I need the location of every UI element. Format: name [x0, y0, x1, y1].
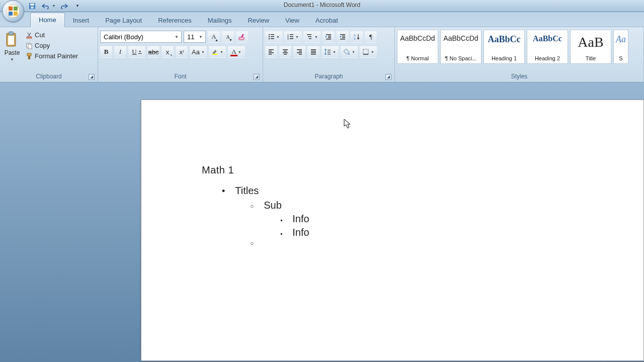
svg-rect-22 — [271, 36, 274, 37]
align-right-button[interactable] — [293, 46, 305, 58]
tab-mailings[interactable]: Mailings — [200, 14, 240, 27]
font-name-combo[interactable]: Calibri (Body) ▼ — [100, 31, 182, 43]
format-painter-label: Format Painter — [35, 52, 78, 60]
ribbon-tabstrip: Home Insert Page Layout References Maili… — [0, 12, 644, 27]
doc-bullet-l3[interactable]: Info — [292, 213, 309, 225]
increase-indent-button[interactable] — [337, 31, 349, 43]
grow-font-button[interactable]: A▲ — [208, 31, 220, 43]
numbering-button[interactable]: 123 ▼ — [284, 31, 301, 43]
font-launcher[interactable]: ◢ — [254, 74, 260, 80]
font-color-button[interactable]: A ▼ — [228, 46, 245, 58]
tab-acrobat[interactable]: Acrobat — [307, 14, 346, 27]
justify-button[interactable] — [307, 46, 319, 58]
font-size-combo[interactable]: 11 ▼ — [184, 31, 206, 43]
copy-button[interactable]: Copy — [24, 41, 79, 50]
svg-rect-7 — [31, 7, 34, 9]
style-title-label: Title — [586, 55, 596, 61]
svg-rect-16 — [28, 56, 30, 59]
paragraph-group-label: Paragraph — [314, 73, 343, 80]
redo-qat-button[interactable] — [59, 2, 69, 11]
window-title: Document1 - Microsoft Word — [284, 2, 361, 9]
doc-bullet-l2[interactable]: Sub — [264, 200, 282, 211]
svg-rect-63 — [363, 49, 368, 54]
undo-qat-button[interactable] — [40, 2, 50, 11]
cut-label: Cut — [35, 31, 45, 39]
show-hide-button[interactable]: ¶ — [365, 31, 377, 43]
svg-text:3: 3 — [287, 37, 289, 40]
style-sample: Aa — [616, 34, 626, 45]
svg-point-21 — [269, 36, 270, 37]
svg-rect-18 — [212, 54, 217, 55]
style-no-spacing[interactable]: AaBbCcDd ¶ No Spaci... — [440, 30, 481, 64]
styles-group-label: Styles — [511, 73, 528, 80]
shading-button[interactable]: ▼ — [341, 46, 358, 58]
undo-dropdown-qat[interactable]: ▼ — [51, 2, 56, 11]
title-bar: ▼ ▼ Document1 - Microsoft Word — [0, 0, 644, 12]
style-heading-1[interactable]: AaBbCc Heading 1 — [484, 30, 525, 64]
italic-button[interactable]: I — [114, 46, 126, 58]
svg-rect-17 — [239, 37, 244, 40]
strikethrough-button[interactable]: abc — [147, 46, 159, 58]
svg-rect-35 — [328, 36, 331, 37]
doc-heading-line[interactable]: Math 1 — [202, 164, 583, 176]
style-normal-label: ¶ Normal — [407, 55, 429, 61]
tab-home[interactable]: Home — [30, 13, 65, 27]
superscript-button[interactable]: x² — [176, 46, 188, 58]
sort-button[interactable]: AZ — [351, 31, 363, 43]
tab-review[interactable]: Review — [239, 14, 277, 27]
style-title[interactable]: AaB Title — [570, 30, 611, 64]
bold-button[interactable]: B — [100, 46, 112, 58]
style-subtitle[interactable]: Aa S — [613, 30, 628, 64]
svg-rect-47 — [269, 54, 272, 55]
change-case-button[interactable]: Aa▼ — [190, 46, 207, 58]
multilevel-list-button[interactable]: ▼ — [303, 31, 320, 43]
align-left-button[interactable] — [265, 46, 277, 58]
office-button[interactable] — [2, 0, 24, 22]
subscript-button[interactable]: x₂ — [162, 46, 174, 58]
cut-button[interactable]: Cut — [24, 31, 79, 39]
style-sample: AaBbCcDd — [400, 34, 435, 42]
svg-point-0 — [7, 5, 20, 18]
style-normal[interactable]: AaBbCcDd ¶ Normal — [397, 30, 438, 64]
svg-rect-39 — [342, 36, 345, 37]
align-center-button[interactable] — [279, 46, 291, 58]
svg-rect-55 — [299, 54, 302, 55]
clear-formatting-button[interactable] — [236, 31, 248, 43]
svg-rect-28 — [290, 36, 293, 37]
tab-view[interactable]: View — [277, 14, 307, 27]
paste-button[interactable]: Paste ▼ — [2, 29, 22, 64]
qat-customize-button[interactable]: ▼ — [72, 2, 83, 11]
document-page[interactable]: Math 1 Titles Sub Info Info — [141, 100, 644, 361]
paragraph-launcher[interactable]: ◢ — [385, 74, 391, 80]
svg-rect-31 — [307, 34, 311, 35]
borders-button[interactable]: ▼ — [360, 46, 377, 58]
svg-rect-54 — [297, 52, 302, 53]
shrink-font-button[interactable]: A▼ — [222, 31, 234, 43]
highlight-button[interactable]: ▼ — [209, 46, 226, 58]
style-heading-2[interactable]: AaBbCc Heading 2 — [527, 30, 568, 64]
svg-rect-20 — [271, 34, 274, 35]
tab-insert[interactable]: Insert — [65, 14, 98, 27]
save-qat-button[interactable] — [27, 2, 37, 11]
tab-page-layout[interactable]: Page Layout — [97, 14, 150, 27]
line-spacing-button[interactable]: ▼ — [321, 46, 339, 58]
svg-rect-9 — [9, 32, 13, 35]
clipboard-launcher[interactable]: ◢ — [89, 74, 95, 80]
font-size-value: 11 — [187, 33, 194, 41]
svg-rect-40 — [342, 37, 345, 38]
style-heading1-label: Heading 1 — [492, 55, 517, 61]
bullets-button[interactable]: ▼ — [265, 31, 282, 43]
svg-rect-57 — [311, 51, 316, 52]
format-painter-button[interactable]: Format Painter — [24, 52, 79, 60]
style-sample: AaBbCcDd — [443, 34, 478, 42]
underline-button[interactable]: U▼ — [128, 46, 145, 58]
svg-rect-62 — [328, 54, 331, 54]
doc-bullet-l3[interactable]: Info — [292, 227, 309, 238]
decrease-indent-button[interactable] — [323, 31, 335, 43]
font-name-value: Calibri (Body) — [104, 33, 143, 41]
tab-references[interactable]: References — [150, 14, 199, 27]
doc-bullet-l1[interactable]: Titles — [235, 185, 259, 197]
svg-rect-26 — [290, 34, 293, 35]
svg-text:Z: Z — [354, 37, 356, 40]
svg-rect-44 — [269, 49, 274, 50]
